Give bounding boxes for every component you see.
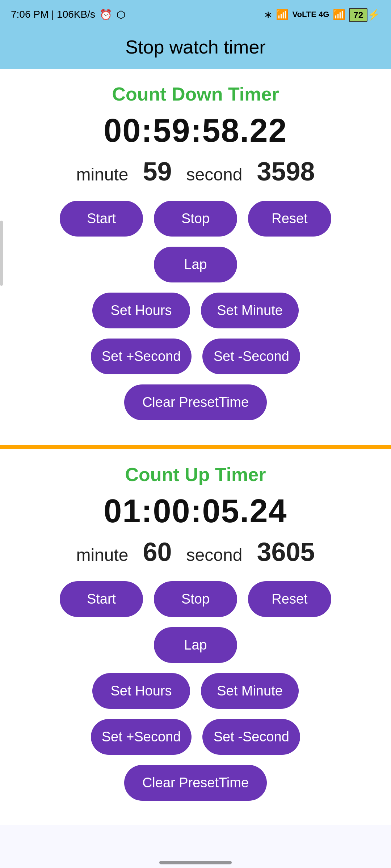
countdown-btn-row-1: Start Stop Reset (22, 201, 369, 237)
signal-icon: 📶 (276, 9, 289, 21)
lte-icon: VoLTE 4G (292, 10, 329, 19)
countup-set-hours-button[interactable]: Set Hours (92, 673, 190, 709)
countup-btn-row-5: Clear PresetTime (22, 765, 369, 801)
countup-set-minus-second-button[interactable]: Set -Second (202, 719, 300, 755)
countup-clear-preset-button[interactable]: Clear PresetTime (124, 765, 267, 801)
countdown-btn-row-4: Set +Second Set -Second (22, 339, 369, 374)
countdown-reset-button[interactable]: Reset (248, 201, 331, 237)
countdown-time-display: 00:59:58.22 (22, 112, 369, 149)
home-indicator (159, 861, 232, 864)
countdown-btn-row-2: Lap (22, 247, 369, 282)
countup-set-plus-second-button[interactable]: Set +Second (91, 719, 192, 755)
countup-set-minute-button[interactable]: Set Minute (201, 673, 299, 709)
countdown-detail: minute 59 second 3598 (22, 157, 369, 186)
layers-icon: ⬡ (117, 9, 125, 21)
countdown-minute-label: minute (76, 165, 128, 184)
countup-stop-button[interactable]: Stop (154, 581, 237, 617)
battery-icon: 72⚡ (349, 9, 380, 21)
app-header: Stop watch timer (0, 29, 391, 69)
countup-btn-row-2: Lap (22, 627, 369, 663)
countdown-set-minute-button[interactable]: Set Minute (201, 293, 299, 328)
countup-time-display: 01:00:05.24 (22, 493, 369, 530)
countdown-set-hours-button[interactable]: Set Hours (92, 293, 190, 328)
status-left: 7:06 PM | 106KB/s ⏰ ⬡ (11, 9, 125, 21)
countdown-set-minus-second-button[interactable]: Set -Second (202, 339, 300, 374)
countup-minute-label: minute (76, 545, 128, 565)
countup-minute-value: 60 (143, 537, 172, 566)
countdown-timer-section: Count Down Timer 00:59:58.22 minute 59 s… (0, 69, 391, 447)
scroll-indicator[interactable] (0, 221, 3, 286)
countdown-stop-button[interactable]: Stop (154, 201, 237, 237)
status-time-network: 7:06 PM | 106KB/s (11, 9, 95, 20)
countup-second-label: second (186, 545, 243, 565)
signal-icon-2: 📶 (333, 9, 345, 21)
status-right: ∗ 📶 VoLTE 4G 📶 72⚡ (264, 9, 380, 21)
status-bar: 7:06 PM | 106KB/s ⏰ ⬡ ∗ 📶 VoLTE 4G 📶 72⚡ (0, 0, 391, 29)
main-content: Count Down Timer 00:59:58.22 minute 59 s… (0, 69, 391, 868)
alarm-icon: ⏰ (100, 9, 112, 21)
countdown-set-plus-second-button[interactable]: Set +Second (91, 339, 192, 374)
countdown-start-button[interactable]: Start (60, 201, 143, 237)
countdown-lap-button[interactable]: Lap (154, 247, 237, 282)
bluetooth-icon: ∗ (264, 9, 272, 21)
countdown-minute-value: 59 (143, 157, 172, 186)
countup-timer-section: Count Up Timer 01:00:05.24 minute 60 sec… (0, 449, 391, 825)
countup-detail: minute 60 second 3605 (22, 537, 369, 567)
countup-btn-row-1: Start Stop Reset (22, 581, 369, 617)
countup-btn-row-3: Set Hours Set Minute (22, 673, 369, 709)
countup-reset-button[interactable]: Reset (248, 581, 331, 617)
countup-title: Count Up Timer (22, 464, 369, 485)
countdown-second-label: second (186, 165, 243, 184)
app-title: Stop watch timer (0, 36, 391, 58)
countup-second-value: 3605 (257, 537, 315, 566)
countup-start-button[interactable]: Start (60, 581, 143, 617)
countdown-second-value: 3598 (257, 157, 315, 186)
countdown-title: Count Down Timer (22, 83, 369, 105)
countup-lap-button[interactable]: Lap (154, 627, 237, 663)
countup-btn-row-4: Set +Second Set -Second (22, 719, 369, 755)
countdown-btn-row-5: Clear PresetTime (22, 384, 369, 420)
countdown-btn-row-3: Set Hours Set Minute (22, 293, 369, 328)
countdown-clear-preset-button[interactable]: Clear PresetTime (124, 384, 267, 420)
